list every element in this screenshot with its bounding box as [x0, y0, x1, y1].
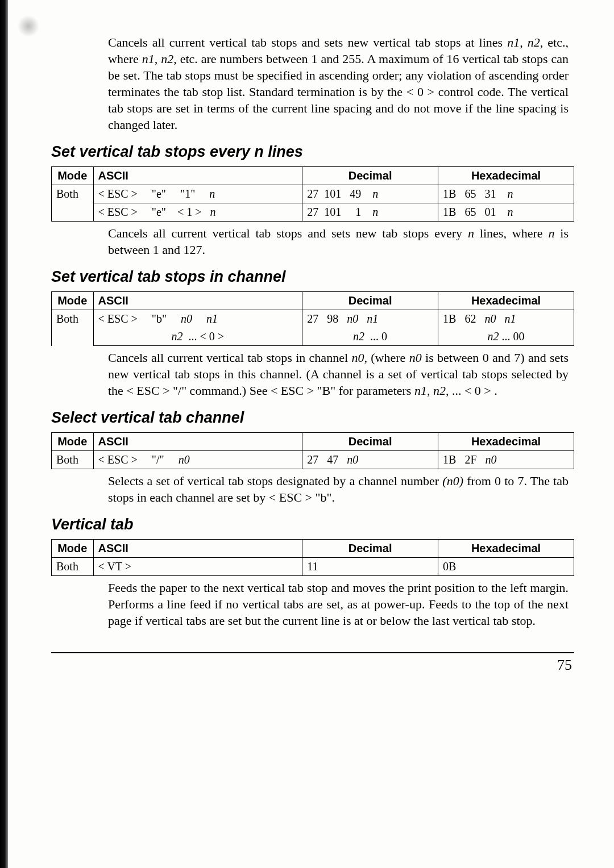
cell-ascii: < ESC > "/" n0: [93, 451, 302, 469]
table-vt: Mode ASCII Decimal Hexadecimal Both < VT…: [51, 539, 574, 576]
cell-mode: Both: [52, 451, 94, 469]
th-mode: Mode: [52, 167, 94, 185]
cell-hex-cont: n2 ... 00: [438, 328, 574, 346]
cell-decimal: 11: [302, 558, 438, 576]
cell-mode: Both: [52, 310, 94, 346]
cell-decimal-cont: n2 ... 0: [302, 328, 438, 346]
cell-ascii: < ESC > "e" < 1 > n: [93, 203, 302, 222]
th-decimal: Decimal: [302, 433, 438, 451]
th-decimal: Decimal: [302, 167, 438, 185]
cell-decimal: 27 101 49 n: [302, 185, 438, 203]
th-hex: Hexadecimal: [438, 292, 574, 310]
table-channel: Mode ASCII Decimal Hexadecimal Both < ES…: [51, 291, 574, 346]
th-ascii: ASCII: [93, 433, 302, 451]
cell-hex: 1B 2F n0: [438, 451, 574, 469]
para-every-n: Cancels all current vertical tab stops a…: [108, 225, 569, 258]
cell-hex: 1B 62 n0 n1: [438, 310, 574, 328]
scan-smudge: [17, 16, 40, 36]
th-hex: Hexadecimal: [438, 433, 574, 451]
heading-channel: Set vertical tab stops in channel: [51, 268, 574, 286]
binding-edge: [0, 0, 8, 868]
th-mode: Mode: [52, 540, 94, 558]
footer-rule: [51, 652, 574, 653]
cell-decimal: 27 101 1 n: [302, 203, 438, 222]
th-ascii: ASCII: [93, 292, 302, 310]
intro-paragraph: Cancels all current vertical tab stops a…: [108, 34, 569, 133]
cell-mode: Both: [52, 185, 94, 222]
para-select-channel: Selects a set of vertical tab stops desi…: [108, 473, 569, 506]
para-channel: Cancels all current vertical tab stops i…: [108, 349, 569, 399]
table-select-channel: Mode ASCII Decimal Hexadecimal Both < ES…: [51, 432, 574, 469]
heading-set-every-n: Set vertical tab stops every n lines: [51, 143, 574, 161]
cell-ascii: < ESC > "e" "1" n: [93, 185, 302, 203]
th-mode: Mode: [52, 292, 94, 310]
th-decimal: Decimal: [302, 292, 438, 310]
th-hex: Hexadecimal: [438, 167, 574, 185]
th-mode: Mode: [52, 433, 94, 451]
para-vt: Feeds the paper to the next vertical tab…: [108, 579, 569, 629]
cell-hex: 0B: [438, 558, 574, 576]
cell-ascii: < ESC > "b" n0 n1: [93, 310, 302, 328]
table-set-every-n: Mode ASCII Decimal Hexadecimal Both < ES…: [51, 166, 574, 222]
heading-select-channel: Select vertical tab channel: [51, 409, 574, 427]
th-ascii: ASCII: [93, 167, 302, 185]
th-hex: Hexadecimal: [438, 540, 574, 558]
cell-ascii-cont: n2 ... < 0 >: [93, 328, 302, 346]
cell-hex: 1B 65 31 n: [438, 185, 574, 203]
cell-ascii: < VT >: [93, 558, 302, 576]
cell-hex: 1B 65 01 n: [438, 203, 574, 222]
cell-mode: Both: [52, 558, 94, 576]
page-number: 75: [51, 657, 574, 674]
cell-decimal: 27 47 n0: [302, 451, 438, 469]
heading-vt: Vertical tab: [51, 516, 574, 533]
th-decimal: Decimal: [302, 540, 438, 558]
cell-decimal: 27 98 n0 n1: [302, 310, 438, 328]
page: Cancels all current vertical tab stops a…: [0, 0, 614, 868]
th-ascii: ASCII: [93, 540, 302, 558]
